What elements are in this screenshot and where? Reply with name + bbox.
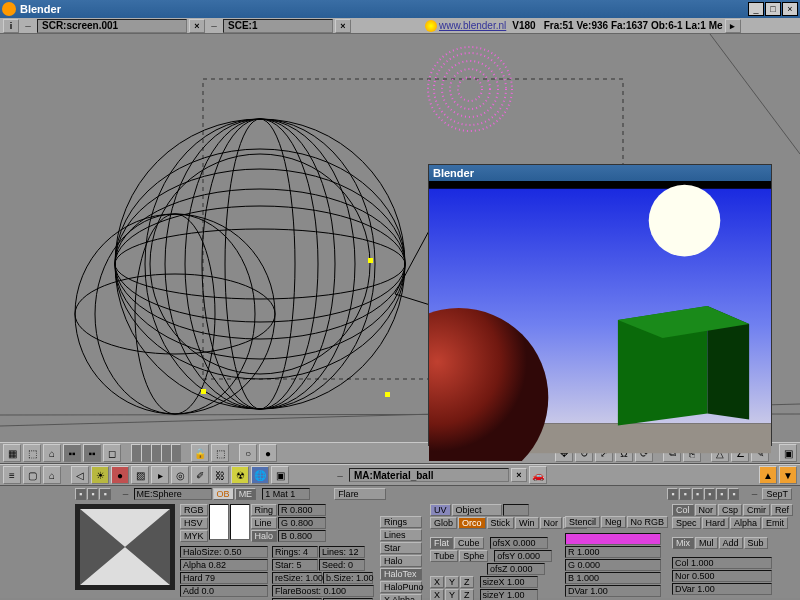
halotex-btn[interactable]: HaloTex <box>380 568 422 580</box>
col-btn[interactable]: Col <box>672 504 694 516</box>
ofsx-field[interactable]: ofsX 0.000 <box>490 537 548 549</box>
out-b-field[interactable]: B 1.000 <box>565 572 661 584</box>
halo-mode[interactable]: Halo <box>251 530 278 542</box>
tex-slot[interactable]: ▪ <box>716 488 727 500</box>
ref-btn[interactable]: Ref <box>771 504 793 516</box>
hard2-btn[interactable]: Hard <box>702 517 730 529</box>
3d-viewport[interactable]: Blender <box>0 34 800 442</box>
object-button[interactable]: Object <box>452 504 502 516</box>
screen-selector[interactable]: SCR:screen.001 <box>37 19 187 33</box>
layers2-button[interactable]: ▪▪ <box>83 444 101 462</box>
line-mode[interactable]: Line <box>251 517 278 529</box>
emit-btn[interactable]: Emit <box>762 517 788 529</box>
flat-button[interactable]: Flat <box>430 537 453 549</box>
render-button[interactable]: ▣ <box>779 444 797 462</box>
mul-btn[interactable]: Mul <box>695 537 718 549</box>
layers-button[interactable]: ▪▪ <box>63 444 81 462</box>
sizex-field[interactable]: sizeX 1.00 <box>480 576 538 588</box>
addblend-btn[interactable]: Add <box>719 537 743 549</box>
halosize-field[interactable]: HaloSize: 0.50 <box>180 546 268 558</box>
flareboost-field[interactable]: FlareBoost: 0.100 <box>272 585 374 597</box>
glob-button[interactable]: Glob <box>430 517 457 529</box>
mix-btn[interactable]: Mix <box>672 537 694 549</box>
script-button[interactable]: ☢ <box>231 466 249 484</box>
grid-icon[interactable]: ▦ <box>3 444 21 462</box>
scene-selector[interactable]: SCE:1 <box>223 19 333 33</box>
orco-button[interactable]: Orco <box>458 517 486 529</box>
mat-index-field[interactable]: 1 Mat 1 <box>262 488 310 500</box>
material-button[interactable]: ● <box>111 466 129 484</box>
flare-button[interactable]: Flare <box>334 488 386 500</box>
me-button[interactable]: ME <box>235 488 257 500</box>
tex-slot[interactable]: ▪ <box>667 488 678 500</box>
ofsy-field[interactable]: ofsY 0.000 <box>494 550 552 562</box>
rgb-mode[interactable]: RGB <box>180 504 208 516</box>
col-amount-field[interactable]: Col 1.000 <box>672 557 772 569</box>
local-button[interactable]: ◻ <box>103 444 121 462</box>
neg-btn[interactable]: Neg <box>601 516 626 528</box>
subsize-field[interactable]: b.Size: 1.00 <box>323 572 373 584</box>
halopuno-btn[interactable]: HaloPuno <box>380 581 422 593</box>
hsv-mode[interactable]: HSV <box>180 517 208 529</box>
x-btn[interactable]: X <box>430 576 444 588</box>
bbox-button[interactable]: ⬚ <box>211 444 229 462</box>
uv-button[interactable]: UV <box>430 504 451 516</box>
home-button[interactable]: ⌂ <box>43 444 61 462</box>
world-button[interactable]: 🌐 <box>251 466 269 484</box>
x2-btn[interactable]: X <box>430 589 444 600</box>
mat-delete-button[interactable]: × <box>511 468 527 482</box>
lines-toggle[interactable]: Lines <box>380 529 422 541</box>
view-button[interactable]: ◁ <box>71 466 89 484</box>
var-amount-field[interactable]: DVar 1.00 <box>672 583 772 595</box>
alpha-field[interactable]: Alpha 0.82 <box>180 559 268 571</box>
constraint-button[interactable]: ⛓ <box>211 466 229 484</box>
down-arrow-button[interactable]: ▼ <box>779 466 797 484</box>
norgb-btn[interactable]: No RGB <box>627 516 669 528</box>
blender-url[interactable]: www.blender.nl <box>439 20 506 31</box>
tex-slot[interactable]: ▪ <box>679 488 690 500</box>
add-field[interactable]: Add 0.0 <box>180 585 268 597</box>
layer-slot[interactable] <box>151 444 161 462</box>
scene-delete-button[interactable]: × <box>335 19 351 33</box>
maximize-button[interactable]: □ <box>765 2 781 16</box>
render2-button[interactable]: ▣ <box>271 466 289 484</box>
layer-slot[interactable] <box>171 444 181 462</box>
ofsz-field[interactable]: ofsZ 0.000 <box>487 563 545 575</box>
up-arrow-button[interactable]: ▲ <box>759 466 777 484</box>
panel-button[interactable]: ▢ <box>23 466 41 484</box>
draw-wire-button[interactable]: ○ <box>239 444 257 462</box>
csp-btn[interactable]: Csp <box>718 504 742 516</box>
win-button[interactable]: Win <box>515 517 539 529</box>
mesh-name-field[interactable]: ME:Sphere <box>134 488 212 500</box>
ring-mode[interactable]: Ring <box>251 504 278 516</box>
sept-button[interactable]: SepT <box>762 488 792 500</box>
tex1-slot[interactable]: ▪ <box>75 488 86 500</box>
stick-button[interactable]: Stick <box>487 517 515 529</box>
window-type-button[interactable]: i <box>3 19 19 33</box>
color-swatch2[interactable] <box>230 504 250 540</box>
tex-slot[interactable]: ▪ <box>704 488 715 500</box>
out-r-field[interactable]: R 1.000 <box>565 546 661 558</box>
tex-slot[interactable]: ▪ <box>692 488 703 500</box>
home2-button[interactable]: ⌂ <box>43 466 61 484</box>
rings-toggle[interactable]: Rings <box>380 516 422 528</box>
color-swatch-out[interactable] <box>565 533 661 545</box>
tex-slot[interactable]: ▪ <box>728 488 739 500</box>
texture-button[interactable]: ▨ <box>131 466 149 484</box>
lamp-button[interactable]: ☀ <box>91 466 109 484</box>
myk-mode[interactable]: MYK <box>180 530 208 542</box>
dvar-field[interactable]: DVar 1.00 <box>565 585 661 597</box>
tex3-slot[interactable]: ▪ <box>99 488 110 500</box>
realtime-button[interactable]: ◎ <box>171 466 189 484</box>
buttons-type-icon[interactable]: ≡ <box>3 466 21 484</box>
spec-btn[interactable]: Spec <box>672 517 701 529</box>
cube-button[interactable]: Cube <box>454 537 484 549</box>
nor-btn[interactable]: Nor <box>695 504 718 516</box>
star-toggle[interactable]: Star <box>380 542 422 554</box>
stencil-btn[interactable]: Stencil <box>565 516 600 528</box>
object-name-field[interactable] <box>503 504 529 516</box>
car-icon[interactable]: 🚗 <box>529 466 547 484</box>
mode-button[interactable]: ⬚ <box>23 444 41 462</box>
stats-arrow-button[interactable]: ▸ <box>725 19 741 33</box>
cmir-btn[interactable]: Cmir <box>743 504 770 516</box>
